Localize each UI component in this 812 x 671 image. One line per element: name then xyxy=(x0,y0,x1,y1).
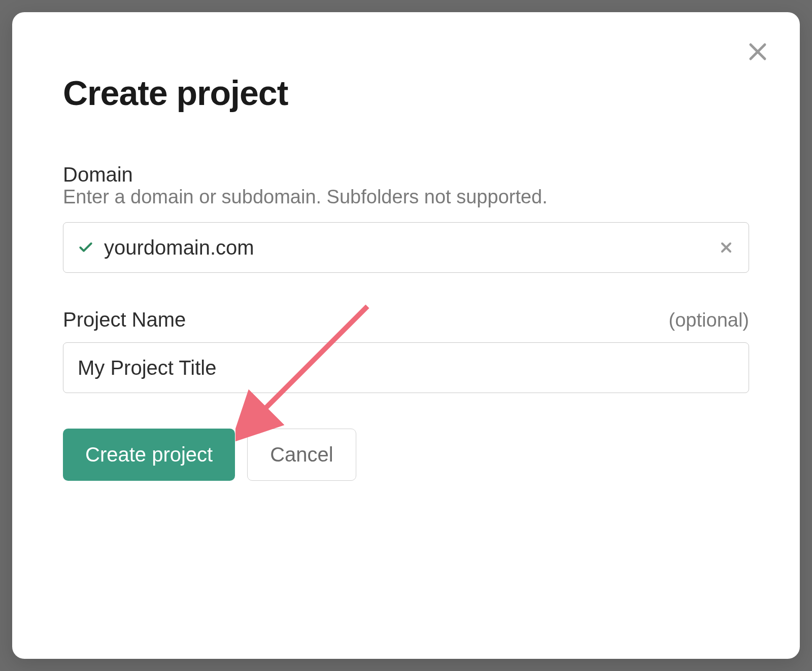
close-icon xyxy=(746,40,770,64)
cancel-button[interactable]: Cancel xyxy=(247,429,356,481)
close-button[interactable] xyxy=(743,38,772,66)
domain-field-group: Domain Enter a domain or subdomain. Subf… xyxy=(63,163,749,273)
domain-input[interactable] xyxy=(104,223,708,272)
domain-label: Domain xyxy=(63,163,749,186)
create-project-modal: Create project Domain Enter a domain or … xyxy=(12,12,800,659)
project-name-input[interactable] xyxy=(78,343,734,393)
project-name-label: Project Name xyxy=(63,308,186,331)
button-row: Create project Cancel xyxy=(63,429,749,481)
clear-domain-button[interactable] xyxy=(718,239,734,256)
domain-hint: Enter a domain or subdomain. Subfolders … xyxy=(63,186,749,208)
project-name-input-wrapper xyxy=(63,342,749,393)
domain-input-wrapper xyxy=(63,222,749,273)
create-project-button[interactable]: Create project xyxy=(63,429,235,481)
project-name-field-group: Project Name (optional) xyxy=(63,308,749,393)
project-name-optional: (optional) xyxy=(669,309,749,331)
modal-title: Create project xyxy=(63,73,749,113)
check-icon xyxy=(78,239,94,256)
x-icon xyxy=(718,239,734,256)
